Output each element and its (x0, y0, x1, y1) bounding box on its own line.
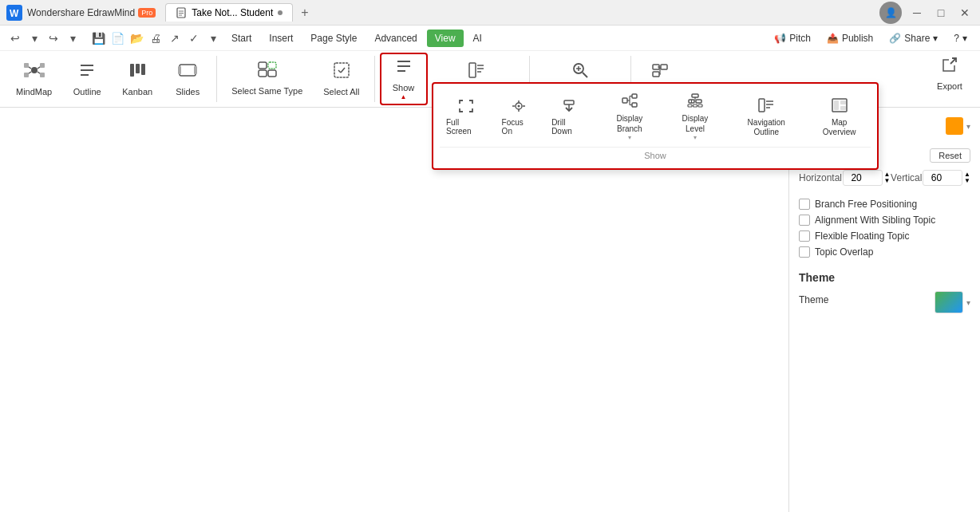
mindmap-button[interactable]: MindMap (6, 53, 61, 105)
more-quick-button[interactable]: ▾ (204, 30, 222, 47)
check-button[interactable]: ✓ (185, 30, 203, 47)
vertical-stepper[interactable]: ▲ ▼ (964, 171, 970, 184)
tab-modified-dot (278, 10, 283, 15)
reset-button[interactable]: Reset (930, 148, 970, 163)
drill-down-icon (561, 99, 577, 116)
theme-section-label: Theme (799, 271, 835, 284)
svg-rect-76 (840, 106, 846, 110)
maximize-button[interactable]: □ (932, 4, 950, 22)
svg-rect-74 (834, 100, 839, 110)
navigation-outline-icon (468, 61, 485, 84)
select-same-type-icon (257, 61, 278, 83)
kanban-label: Kanban (122, 87, 152, 96)
vertical-input[interactable] (923, 170, 962, 186)
topic-overlap-checkbox[interactable] (799, 246, 810, 258)
svg-rect-66 (688, 104, 692, 107)
tab-add-button[interactable]: + (296, 6, 313, 20)
svg-rect-68 (698, 104, 702, 107)
select-all-button[interactable]: Select All (314, 53, 369, 105)
nav-outline-dropdown-button[interactable]: Navigation Outline (728, 90, 804, 144)
horizontal-input[interactable] (843, 170, 883, 186)
menu-page-style[interactable]: Page Style (302, 30, 365, 47)
user-avatar[interactable]: 👤 (879, 2, 902, 24)
select-all-icon (333, 61, 350, 84)
title-bar: W Wondershare EdrawMind Pro Take Not... … (0, 0, 980, 26)
publish-button[interactable]: 📤 Publish (820, 30, 879, 47)
minimize-button[interactable]: ─ (908, 4, 926, 22)
undo-dropdown[interactable]: ▾ (26, 30, 43, 47)
undo-button[interactable]: ↩ (6, 30, 24, 47)
outline-icon (78, 61, 96, 84)
print-button[interactable]: 🖨 (147, 30, 164, 47)
pitch-label: Pitch (789, 33, 811, 44)
show-arrow: ▲ (401, 93, 407, 100)
flexible-checkbox[interactable] (799, 230, 810, 242)
horizontal-down-arrow[interactable]: ▼ (884, 178, 891, 184)
help-arrow: ▾ (962, 33, 967, 44)
publish-icon: 📤 (827, 33, 839, 44)
svg-rect-23 (194, 66, 197, 74)
topic-overlap-label: Topic Overlap (815, 246, 873, 258)
svg-rect-2 (177, 8, 185, 18)
svg-rect-52 (564, 100, 574, 104)
focus-on-button[interactable]: Focus On (496, 90, 543, 144)
focus-on-label: Focus On (502, 118, 536, 136)
svg-rect-27 (268, 70, 276, 77)
svg-rect-24 (259, 62, 267, 69)
save-button[interactable]: 💾 (89, 30, 107, 47)
tab-document[interactable]: Take Not... Student (165, 3, 293, 22)
map-overview-button[interactable]: Map Overview (808, 90, 871, 144)
drill-down-button[interactable]: Drill Down (545, 90, 594, 144)
alignment-checkbox[interactable] (799, 215, 810, 226)
theme-selector[interactable]: ▾ (935, 291, 970, 313)
pro-badge: Pro (138, 8, 156, 18)
document-icon (176, 7, 187, 18)
show-label: Show (393, 83, 415, 93)
menu-ai[interactable]: AI (465, 30, 490, 47)
pitch-button[interactable]: 📢 Pitch (768, 30, 817, 47)
share-button[interactable]: 🔗 Share ▾ (883, 30, 944, 47)
undo-redo-group: ↩ ▾ ↪ ▾ (6, 30, 81, 47)
redo-button[interactable]: ↪ (45, 30, 62, 47)
svg-rect-28 (334, 63, 349, 77)
show-button[interactable]: Show ▲ (380, 53, 428, 105)
menu-view[interactable]: View (427, 30, 464, 47)
export-icon (941, 56, 958, 78)
separator-1 (216, 56, 217, 102)
open-button[interactable]: 📂 (128, 30, 145, 47)
mindmap-icon (24, 61, 45, 84)
alignment-row: Alignment With Sibling Topic (799, 215, 970, 226)
svg-line-45 (950, 58, 956, 64)
full-screen-button[interactable]: Full Screen (440, 90, 492, 144)
ribbon-menu-bar: ↩ ▾ ↪ ▾ 💾 📄 📂 🖨 ↗ ✓ ▾ Start Insert Page … (0, 26, 980, 51)
mindmap-label: MindMap (16, 87, 52, 96)
theme-section: Theme Theme ▾ (799, 270, 970, 313)
close-button[interactable]: ✕ (956, 4, 974, 22)
slides-icon (177, 61, 198, 84)
branch-free-checkbox[interactable] (799, 199, 810, 210)
svg-rect-56 (632, 103, 637, 107)
svg-rect-75 (840, 100, 846, 104)
horizontal-stepper[interactable]: ▲ ▼ (884, 171, 891, 184)
redo-dropdown[interactable]: ▾ (64, 30, 81, 47)
focus-on-icon (511, 99, 527, 116)
display-level-button[interactable]: Display Level ▾ (666, 90, 725, 144)
export-button[interactable]: Export (926, 53, 974, 94)
outline-button[interactable]: Outline (63, 53, 111, 105)
horizontal-row: Horizontal ▲ ▼ Vertical ▲ ▼ (799, 170, 970, 186)
vertical-down-arrow[interactable]: ▼ (964, 178, 970, 184)
menu-advanced[interactable]: Advanced (366, 30, 425, 47)
menu-insert[interactable]: Insert (261, 30, 301, 47)
display-branch-button[interactable]: Display Branch ▾ (597, 90, 662, 144)
slides-button[interactable]: Slides (164, 53, 211, 105)
layout-selector[interactable]: ▾ (946, 117, 970, 135)
export-quick-button[interactable]: ↗ (166, 30, 184, 47)
svg-rect-11 (24, 63, 29, 68)
select-same-type-button[interactable]: Select Same Type (222, 53, 312, 105)
menu-start[interactable]: Start (223, 30, 259, 47)
kanban-button[interactable]: Kanban (113, 53, 162, 105)
new-button[interactable]: 📄 (109, 30, 126, 47)
map-overview-icon (831, 97, 848, 116)
display-level-label: Display Level (672, 113, 718, 134)
help-button[interactable]: ? ▾ (947, 30, 974, 47)
